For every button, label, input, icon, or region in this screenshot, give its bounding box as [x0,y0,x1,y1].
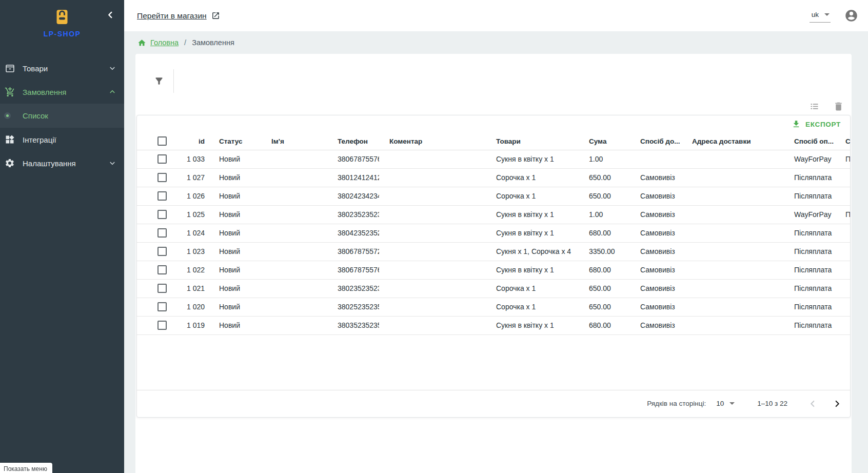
breadcrumb-home-link[interactable]: Головна [137,38,179,47]
delete-button[interactable] [833,101,844,112]
row-checkbox-cell [137,187,171,205]
cell-comment [379,150,486,168]
table-row[interactable]: 1 020Новий380252352352Сорочка x 1650.00С… [137,298,850,316]
breadcrumb-current: Замовлення [192,38,234,47]
language-select[interactable]: uk [810,9,831,23]
sidebar-item-settings[interactable]: Налаштування [0,151,124,175]
cell-id: 1 019 [171,316,209,334]
rows-per-page-select[interactable]: 10 [716,400,735,407]
cell-sum: 650.00 [579,187,630,205]
cell-id: 1 023 [171,242,209,261]
row-checkbox-cell [137,168,171,187]
row-checkbox[interactable] [157,247,167,256]
table-row[interactable]: 1 021Новий380235235235Сорочка x 1650.00С… [137,279,850,298]
row-checkbox-cell [137,316,171,334]
pagination-range: 1–10 з 22 [757,400,787,407]
table-row[interactable]: 1 025Новий380235235235Сукня в квітку x 1… [137,205,850,224]
topbar: Перейти в магазин uk [124,0,868,31]
row-checkbox[interactable] [157,154,167,164]
app-window: LP-SHOP Товари Замовлення Список [0,0,868,473]
cell-address [682,261,784,279]
table-row[interactable]: 1 027Новий380124124124Сорочка x 1650.00С… [137,168,850,187]
sidebar-item-orders-list[interactable]: Список [0,104,124,128]
sidebar-item-label: Налаштування [23,159,108,168]
table-row[interactable]: 1 023Новий380678755722Сукня x 1, Сорочка… [137,242,850,261]
row-checkbox[interactable] [157,302,167,311]
cell-delivery: Самовивіз [630,316,682,334]
row-checkbox[interactable] [157,173,167,182]
sidebar-item-orders[interactable]: Замовлення [0,80,124,104]
table-row[interactable]: 1 024Новий380423523523Сукня в квітку x 1… [137,224,850,242]
cell-payment: Післяплата [784,187,835,205]
row-checkbox[interactable] [157,228,167,238]
cell-comment [379,224,486,242]
external-link-icon [211,11,220,20]
toolbar-divider [173,69,174,93]
column-header-products[interactable]: Товари [486,133,579,150]
column-header-delivery-address[interactable]: Адреса доставки [682,133,784,150]
trash-icon [833,101,844,112]
cell-address [682,298,784,316]
cell-comment [379,316,486,334]
go-to-store-link[interactable]: Перейти в магазин [137,11,220,21]
status-tooltip: Показать меню [0,463,52,473]
table-row[interactable]: 1 026Новий380242342342Сорочка x 1650.00С… [137,187,850,205]
box-icon [4,63,15,74]
cell-sum: 680.00 [579,224,630,242]
cell-delivery: Самовивіз [630,279,682,298]
export-row: ЕКСПОРТ [137,115,850,133]
cell-sum: 680.00 [579,261,630,279]
orders-table: id Статус Ім'я Телефон Коментар Товари С… [137,133,850,335]
cell-payment_status [835,242,850,261]
row-checkbox-cell [137,205,171,224]
column-header-comment[interactable]: Коментар [379,133,486,150]
next-page-button[interactable] [831,397,844,410]
filter-button[interactable] [154,76,164,86]
cell-sum: 650.00 [579,168,630,187]
cell-payment: Післяплата [784,279,835,298]
cell-status: Новий [209,298,261,316]
row-checkbox[interactable] [157,210,167,219]
topbar-right: uk [810,9,868,23]
table-row[interactable]: 1 033Новий380678755765Сукня в квітку x 1… [137,150,850,168]
row-checkbox[interactable] [157,321,167,330]
column-header-sum[interactable]: Сума [579,133,630,150]
cell-sum: 650.00 [579,298,630,316]
cell-id: 1 024 [171,224,209,242]
sidebar-item-products[interactable]: Товари [0,56,124,80]
column-header-payment-status[interactable]: Ст [835,133,850,150]
row-checkbox[interactable] [157,265,167,274]
cell-name [261,261,327,279]
select-all-checkbox[interactable] [157,136,167,146]
account-menu-button[interactable] [844,9,858,23]
column-header-phone[interactable]: Телефон [327,133,379,150]
table-actions [135,101,852,112]
sidebar-item-integrations[interactable]: Інтеграції [0,128,124,151]
column-header-status[interactable]: Статус [209,133,261,150]
cell-payment_status [835,316,850,334]
column-header-id[interactable]: id [171,133,209,150]
sidebar-collapse-button[interactable] [103,7,118,23]
table-row[interactable]: 1 022Новий380678755765Сукня в квітку x 1… [137,261,850,279]
cell-id: 1 026 [171,187,209,205]
cell-address [682,168,784,187]
column-header-name[interactable]: Ім'я [261,133,327,150]
cell-sum: 680.00 [579,316,630,334]
column-header-payment-method[interactable]: Спосіб оп... [784,133,835,150]
column-header-delivery-method[interactable]: Спосіб до... [630,133,682,150]
table-row[interactable]: 1 019Новий380352352353Сукня в квітку x 1… [137,316,850,334]
cell-name [261,187,327,205]
export-button[interactable]: ЕКСПОРТ [787,117,845,131]
cell-payment_status [835,279,850,298]
cell-status: Новий [209,261,261,279]
shopping-bag-logo-icon [53,7,71,26]
previous-page-button[interactable] [806,397,819,410]
column-list-button[interactable] [809,101,820,112]
cell-comment [379,168,486,187]
row-checkbox[interactable] [157,191,167,201]
cell-payment: Післяплата [784,168,835,187]
cell-id: 1 025 [171,205,209,224]
sidebar-item-label: Товари [23,64,108,73]
row-checkbox[interactable] [157,284,167,293]
account-circle-icon [844,9,858,23]
